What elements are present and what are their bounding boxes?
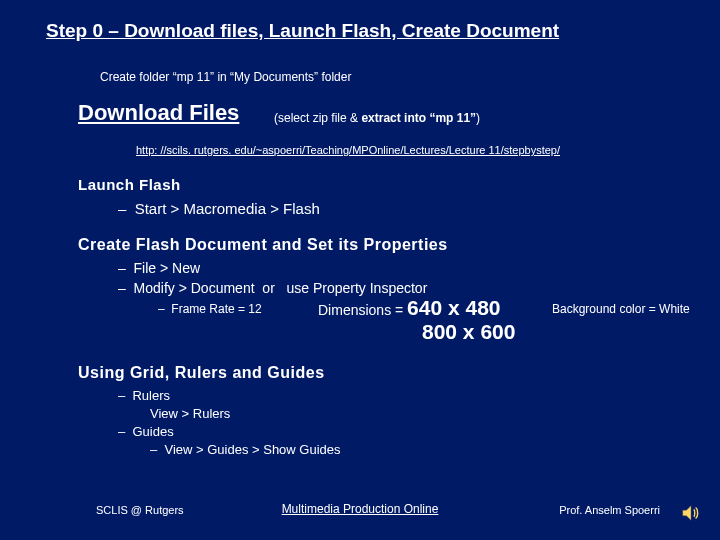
footer-right: Prof. Anselm Spoerri <box>559 504 660 516</box>
background-color-text: Background color = White <box>552 302 690 316</box>
slide-container: Step 0 – Download files, Launch Flash, C… <box>0 0 720 540</box>
download-sub-suffix: ) <box>476 111 480 125</box>
speaker-icon[interactable] <box>680 502 702 524</box>
launch-flash-item: – Start > Macromedia > Flash <box>118 200 320 217</box>
launch-flash-heading: Launch Flash <box>78 176 181 193</box>
dimensions-label: Dimensions = <box>318 302 407 318</box>
grid-heading: Using Grid, Rulers and Guides <box>78 364 325 382</box>
dimensions-b: 800 x 600 <box>318 320 515 344</box>
dimensions-a: 640 x 480 <box>407 296 500 319</box>
create-doc-line2: – Modify > Document or use Property Insp… <box>118 280 427 296</box>
create-document-heading: Create Flash Document and Set its Proper… <box>78 236 448 254</box>
create-doc-line1: – File > New <box>118 260 200 276</box>
download-files-sub: (select zip file & extract into “mp 11”) <box>274 111 480 125</box>
download-files-heading: Download Files <box>78 100 239 126</box>
dimensions-text: Dimensions = 640 x 480 800 x 600 <box>318 296 515 344</box>
download-sub-prefix: (select zip file & <box>274 111 361 125</box>
grid-guides: – Guides <box>118 424 174 439</box>
grid-rulers: – Rulers <box>118 388 170 403</box>
grid-show-guides: – View > Guides > Show Guides <box>150 442 341 457</box>
download-sub-bold: extract into “mp 11” <box>361 111 476 125</box>
slide-title: Step 0 – Download files, Launch Flash, C… <box>46 20 559 42</box>
download-url-link[interactable]: http: //scils. rutgers. edu/~aspoerri/Te… <box>136 144 560 156</box>
frame-rate-text: – Frame Rate = 12 <box>158 302 262 316</box>
create-folder-text: Create folder “mp 11” in “My Documents” … <box>100 70 351 84</box>
grid-view-rulers: View > Rulers <box>150 406 230 421</box>
